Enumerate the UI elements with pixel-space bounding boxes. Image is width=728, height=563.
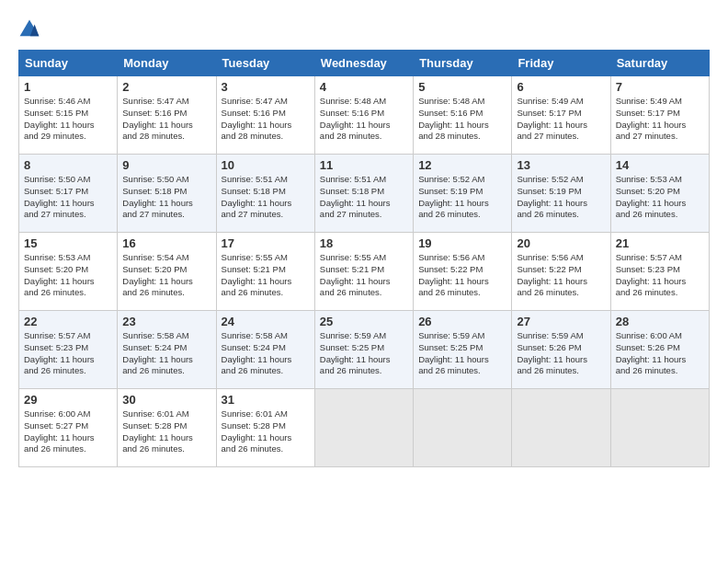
calendar-cell: 21Sunrise: 5:57 AM Sunset: 5:23 PM Dayli… bbox=[610, 233, 709, 311]
cell-content: Sunrise: 5:53 AM Sunset: 5:20 PM Dayligh… bbox=[24, 252, 112, 299]
day-number: 14 bbox=[616, 158, 704, 172]
cell-content: Sunrise: 5:51 AM Sunset: 5:18 PM Dayligh… bbox=[222, 174, 310, 221]
calendar-cell: 15Sunrise: 5:53 AM Sunset: 5:20 PM Dayli… bbox=[19, 233, 118, 311]
cell-content: Sunrise: 5:49 AM Sunset: 5:17 PM Dayligh… bbox=[517, 96, 605, 143]
calendar-table: SundayMondayTuesdayWednesdayThursdayFrid… bbox=[18, 50, 710, 467]
cell-content: Sunrise: 5:55 AM Sunset: 5:21 PM Dayligh… bbox=[222, 252, 310, 299]
cell-content: Sunrise: 5:54 AM Sunset: 5:20 PM Dayligh… bbox=[122, 252, 210, 299]
day-number: 21 bbox=[616, 236, 704, 250]
logo-icon bbox=[18, 18, 40, 40]
calendar-cell: 7Sunrise: 5:49 AM Sunset: 5:17 PM Daylig… bbox=[610, 76, 709, 155]
cell-content: Sunrise: 5:59 AM Sunset: 5:25 PM Dayligh… bbox=[320, 330, 408, 377]
cell-content: Sunrise: 5:48 AM Sunset: 5:16 PM Dayligh… bbox=[418, 96, 506, 143]
day-header-sunday: Sunday bbox=[19, 51, 118, 76]
calendar-cell: 11Sunrise: 5:51 AM Sunset: 5:18 PM Dayli… bbox=[314, 155, 413, 233]
calendar-cell bbox=[610, 389, 709, 467]
day-number: 2 bbox=[122, 80, 210, 94]
cell-content: Sunrise: 5:51 AM Sunset: 5:18 PM Dayligh… bbox=[320, 174, 408, 221]
day-header-wednesday: Wednesday bbox=[314, 51, 413, 76]
calendar-cell: 16Sunrise: 5:54 AM Sunset: 5:20 PM Dayli… bbox=[118, 233, 216, 311]
calendar-cell: 14Sunrise: 5:53 AM Sunset: 5:20 PM Dayli… bbox=[610, 155, 709, 233]
cell-content: Sunrise: 6:00 AM Sunset: 5:27 PM Dayligh… bbox=[24, 408, 112, 455]
calendar-week-row: 29Sunrise: 6:00 AM Sunset: 5:27 PM Dayli… bbox=[19, 389, 710, 467]
day-number: 10 bbox=[222, 158, 310, 172]
calendar-cell: 5Sunrise: 5:48 AM Sunset: 5:16 PM Daylig… bbox=[414, 76, 512, 155]
logo bbox=[18, 18, 44, 40]
day-number: 9 bbox=[122, 158, 210, 172]
cell-content: Sunrise: 5:48 AM Sunset: 5:16 PM Dayligh… bbox=[320, 96, 408, 143]
cell-content: Sunrise: 5:56 AM Sunset: 5:22 PM Dayligh… bbox=[418, 252, 506, 299]
cell-content: Sunrise: 5:50 AM Sunset: 5:17 PM Dayligh… bbox=[24, 174, 112, 221]
cell-content: Sunrise: 5:49 AM Sunset: 5:17 PM Dayligh… bbox=[616, 96, 704, 143]
day-header-monday: Monday bbox=[118, 51, 216, 76]
day-number: 16 bbox=[122, 236, 210, 250]
calendar-cell: 13Sunrise: 5:52 AM Sunset: 5:19 PM Dayli… bbox=[512, 155, 610, 233]
day-number: 25 bbox=[320, 315, 408, 328]
cell-content: Sunrise: 5:57 AM Sunset: 5:23 PM Dayligh… bbox=[24, 330, 112, 377]
calendar-cell: 25Sunrise: 5:59 AM Sunset: 5:25 PM Dayli… bbox=[314, 311, 413, 389]
calendar-cell: 8Sunrise: 5:50 AM Sunset: 5:17 PM Daylig… bbox=[19, 155, 118, 233]
calendar-cell: 22Sunrise: 5:57 AM Sunset: 5:23 PM Dayli… bbox=[19, 311, 118, 389]
calendar-week-row: 1Sunrise: 5:46 AM Sunset: 5:15 PM Daylig… bbox=[19, 76, 710, 155]
cell-content: Sunrise: 5:56 AM Sunset: 5:22 PM Dayligh… bbox=[517, 252, 605, 299]
day-number: 15 bbox=[24, 236, 112, 250]
day-number: 22 bbox=[24, 315, 112, 328]
day-number: 7 bbox=[616, 80, 704, 94]
calendar-cell: 29Sunrise: 6:00 AM Sunset: 5:27 PM Dayli… bbox=[19, 389, 118, 467]
cell-content: Sunrise: 6:00 AM Sunset: 5:26 PM Dayligh… bbox=[616, 330, 704, 377]
day-number: 5 bbox=[418, 80, 506, 94]
day-number: 27 bbox=[517, 315, 605, 328]
cell-content: Sunrise: 5:52 AM Sunset: 5:19 PM Dayligh… bbox=[517, 174, 605, 221]
calendar-cell: 10Sunrise: 5:51 AM Sunset: 5:18 PM Dayli… bbox=[216, 155, 314, 233]
calendar-cell bbox=[414, 389, 512, 467]
calendar-cell: 6Sunrise: 5:49 AM Sunset: 5:17 PM Daylig… bbox=[512, 76, 610, 155]
calendar-cell: 12Sunrise: 5:52 AM Sunset: 5:19 PM Dayli… bbox=[414, 155, 512, 233]
cell-content: Sunrise: 5:47 AM Sunset: 5:16 PM Dayligh… bbox=[122, 96, 210, 143]
calendar-cell: 30Sunrise: 6:01 AM Sunset: 5:28 PM Dayli… bbox=[118, 389, 216, 467]
day-number: 26 bbox=[418, 315, 506, 328]
cell-content: Sunrise: 6:01 AM Sunset: 5:28 PM Dayligh… bbox=[222, 408, 310, 455]
cell-content: Sunrise: 5:59 AM Sunset: 5:25 PM Dayligh… bbox=[418, 330, 506, 377]
cell-content: Sunrise: 5:59 AM Sunset: 5:26 PM Dayligh… bbox=[517, 330, 605, 377]
calendar-cell: 19Sunrise: 5:56 AM Sunset: 5:22 PM Dayli… bbox=[414, 233, 512, 311]
calendar-header-row: SundayMondayTuesdayWednesdayThursdayFrid… bbox=[19, 51, 710, 76]
calendar-cell: 31Sunrise: 6:01 AM Sunset: 5:28 PM Dayli… bbox=[216, 389, 314, 467]
calendar-week-row: 8Sunrise: 5:50 AM Sunset: 5:17 PM Daylig… bbox=[19, 155, 710, 233]
cell-content: Sunrise: 5:53 AM Sunset: 5:20 PM Dayligh… bbox=[616, 174, 704, 221]
day-number: 13 bbox=[517, 158, 605, 172]
cell-content: Sunrise: 5:55 AM Sunset: 5:21 PM Dayligh… bbox=[320, 252, 408, 299]
calendar-cell: 24Sunrise: 5:58 AM Sunset: 5:24 PM Dayli… bbox=[216, 311, 314, 389]
day-number: 28 bbox=[616, 315, 704, 328]
calendar-cell: 20Sunrise: 5:56 AM Sunset: 5:22 PM Dayli… bbox=[512, 233, 610, 311]
day-header-tuesday: Tuesday bbox=[216, 51, 314, 76]
cell-content: Sunrise: 6:01 AM Sunset: 5:28 PM Dayligh… bbox=[122, 408, 210, 455]
calendar-week-row: 22Sunrise: 5:57 AM Sunset: 5:23 PM Dayli… bbox=[19, 311, 710, 389]
day-number: 30 bbox=[122, 393, 210, 407]
cell-content: Sunrise: 5:52 AM Sunset: 5:19 PM Dayligh… bbox=[418, 174, 506, 221]
calendar-week-row: 15Sunrise: 5:53 AM Sunset: 5:20 PM Dayli… bbox=[19, 233, 710, 311]
day-number: 29 bbox=[24, 393, 112, 407]
day-number: 12 bbox=[418, 158, 506, 172]
day-header-thursday: Thursday bbox=[414, 51, 512, 76]
calendar-cell bbox=[512, 389, 610, 467]
day-number: 11 bbox=[320, 158, 408, 172]
calendar-cell bbox=[314, 389, 413, 467]
calendar-cell: 9Sunrise: 5:50 AM Sunset: 5:18 PM Daylig… bbox=[118, 155, 216, 233]
day-number: 4 bbox=[320, 80, 408, 94]
day-number: 23 bbox=[122, 315, 210, 328]
calendar-cell: 18Sunrise: 5:55 AM Sunset: 5:21 PM Dayli… bbox=[314, 233, 413, 311]
cell-content: Sunrise: 5:46 AM Sunset: 5:15 PM Dayligh… bbox=[24, 96, 112, 143]
calendar-cell: 27Sunrise: 5:59 AM Sunset: 5:26 PM Dayli… bbox=[512, 311, 610, 389]
day-number: 31 bbox=[222, 393, 310, 407]
calendar-cell: 3Sunrise: 5:47 AM Sunset: 5:16 PM Daylig… bbox=[216, 76, 314, 155]
cell-content: Sunrise: 5:47 AM Sunset: 5:16 PM Dayligh… bbox=[222, 96, 310, 143]
day-number: 1 bbox=[24, 80, 112, 94]
cell-content: Sunrise: 5:50 AM Sunset: 5:18 PM Dayligh… bbox=[122, 174, 210, 221]
cell-content: Sunrise: 5:58 AM Sunset: 5:24 PM Dayligh… bbox=[122, 330, 210, 377]
calendar-cell: 1Sunrise: 5:46 AM Sunset: 5:15 PM Daylig… bbox=[19, 76, 118, 155]
calendar-cell: 4Sunrise: 5:48 AM Sunset: 5:16 PM Daylig… bbox=[314, 76, 413, 155]
day-number: 6 bbox=[517, 80, 605, 94]
day-number: 17 bbox=[222, 236, 310, 250]
day-number: 8 bbox=[24, 158, 112, 172]
calendar-cell: 28Sunrise: 6:00 AM Sunset: 5:26 PM Dayli… bbox=[610, 311, 709, 389]
